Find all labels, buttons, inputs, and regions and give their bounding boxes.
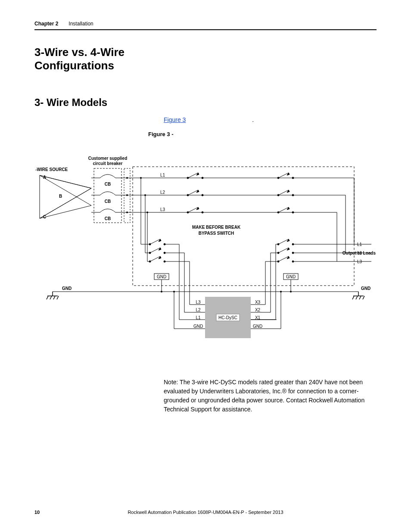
svg-point-77 (146, 212, 148, 213)
svg-marker-30 (196, 207, 199, 210)
svg-line-108 (359, 296, 361, 299)
source-label: 3-WIRE SOURCE (35, 167, 68, 172)
figure-ref-block: Figure 3 . Figure 3 - (164, 113, 377, 137)
svg-line-100 (47, 296, 48, 299)
svg-marker-58 (287, 239, 290, 242)
svg-point-27 (202, 194, 203, 196)
publication-id: Rockwell Automation Publication 1608P-UM… (128, 510, 283, 515)
svg-text:X1: X1 (255, 315, 261, 320)
svg-text:X2: X2 (255, 308, 261, 312)
svg-marker-50 (287, 190, 290, 193)
svg-rect-19 (133, 167, 354, 286)
svg-text:GND: GND (157, 274, 166, 279)
svg-line-107 (356, 296, 358, 299)
svg-line-1 (40, 175, 91, 188)
svg-text:L1: L1 (357, 242, 362, 247)
line-l1: L1 (160, 173, 165, 177)
phase-c-label: C (43, 215, 46, 219)
svg-text:CB: CB (105, 199, 111, 204)
page-number: 10 (34, 510, 40, 515)
gnd-symbol-left (47, 292, 59, 299)
note-text: Note: The 3-wire HC-DySC models rated gr… (164, 378, 366, 414)
svg-point-76 (144, 194, 146, 196)
svg-point-16 (126, 177, 128, 179)
svg-text:L3: L3 (357, 259, 362, 264)
bypass-title-1: MAKE BEFORE BREAK (192, 225, 241, 230)
dot: . (252, 116, 254, 123)
cb-group: CB CB CB (100, 174, 115, 221)
svg-marker-62 (287, 248, 290, 250)
svg-line-2 (40, 188, 91, 218)
svg-line-109 (363, 296, 364, 299)
svg-point-55 (292, 212, 294, 213)
svg-marker-54 (287, 207, 290, 210)
svg-point-75 (140, 177, 142, 179)
svg-rect-5 (94, 168, 121, 223)
svg-point-23 (202, 177, 203, 179)
svg-marker-66 (287, 256, 290, 259)
section-title: 3-Wire vs. 4-Wire Configurations (34, 46, 146, 72)
svg-text:GND: GND (286, 274, 296, 279)
page-header: Chapter 2 Installation (34, 21, 377, 30)
svg-marker-34 (159, 239, 161, 242)
svg-marker-26 (196, 190, 199, 193)
svg-text:GND: GND (361, 286, 371, 291)
svg-text:GND: GND (253, 324, 262, 329)
svg-text:GND: GND (62, 286, 72, 291)
breaker-title-1: Customer supplied (88, 156, 128, 161)
breaker-title-2: circuit breaker (93, 161, 123, 166)
svg-point-31 (202, 212, 203, 213)
svg-text:L1: L1 (196, 315, 201, 320)
figure-link[interactable]: Figure 3 (164, 116, 186, 123)
svg-point-47 (292, 177, 294, 179)
unit-label: HC-DySC (218, 315, 237, 320)
phase-a-label: A (43, 175, 46, 180)
svg-line-106 (352, 296, 354, 299)
svg-line-101 (50, 296, 52, 299)
bypass-title-2: BYPASS SWITCH (199, 231, 234, 236)
switch-bank-left (149, 173, 203, 262)
svg-marker-22 (196, 173, 199, 175)
svg-point-51 (292, 194, 294, 196)
svg-point-17 (126, 194, 128, 196)
page-footer: 10 Rockwell Automation Publication 1608P… (34, 510, 377, 515)
wiring-diagram: 3-WIRE SOURCE A B C Customer supplied ci… (35, 145, 376, 343)
line-l2: L2 (160, 190, 165, 195)
figure-caption: Figure 3 - (148, 131, 377, 137)
svg-line-103 (57, 296, 59, 299)
svg-text:CB: CB (105, 182, 111, 187)
phase-b-label: B (59, 194, 62, 199)
svg-point-140 (173, 291, 175, 292)
svg-marker-42 (159, 256, 161, 259)
gnd-symbol-right (352, 292, 364, 299)
svg-text:L3: L3 (196, 300, 201, 305)
svg-point-144 (280, 291, 282, 292)
subsection-title: 3- Wire Models (34, 96, 377, 109)
output-label: Output to Loads (342, 251, 376, 255)
svg-point-18 (126, 212, 128, 213)
chapter-name: Installation (68, 21, 93, 27)
svg-marker-46 (287, 173, 290, 175)
svg-line-102 (53, 296, 55, 299)
svg-text:CB: CB (105, 216, 111, 221)
line-l3: L3 (160, 207, 165, 212)
svg-marker-38 (159, 248, 161, 250)
switch-bank-right (277, 173, 294, 262)
svg-text:GND: GND (193, 324, 203, 329)
svg-text:L2: L2 (196, 308, 201, 312)
svg-text:X3: X3 (255, 300, 261, 305)
chapter-label: Chapter 2 (34, 21, 58, 27)
